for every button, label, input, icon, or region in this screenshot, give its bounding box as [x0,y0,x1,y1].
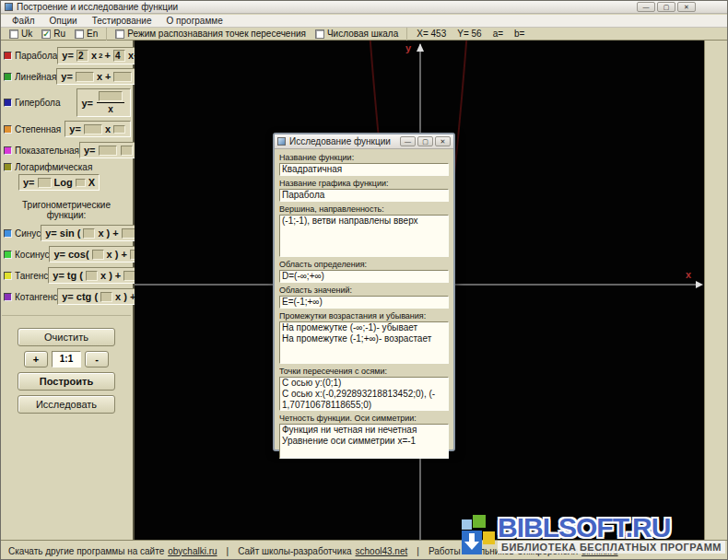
status-segment-0: Скачать другие программы на сайтеobychal… [8,546,217,556]
zoom-in-button[interactable]: + [24,351,48,368]
download-arrow-icon [462,515,495,555]
option-numeric-scale-checkbox-box[interactable] [315,29,324,39]
logarithmic-coef-input[interactable] [76,179,86,187]
linear-color-swatch [4,73,12,81]
power-color-swatch [4,125,12,134]
logarithmic-label: Логарифмическая [15,162,92,172]
zoom-out-button[interactable]: - [85,351,109,368]
dialog-minimize-button[interactable]: — [400,136,416,146]
hyperbola-fraction-bar [97,102,124,103]
sine-formula: y= sin (x ) + [41,225,143,241]
clear-button[interactable]: Очистить [18,328,115,346]
y-axis-label: y [405,42,411,53]
dialog-title: Исследование функции [289,136,391,146]
dialog-input-graph-name[interactable]: Парабола [279,189,449,202]
option-intersection-mode-label: Режим распознавания точек пересечения [127,29,306,39]
dialog-label-axis-intersections: Точки пересечения с осями: [279,366,449,377]
window-minimize-button[interactable]: — [637,2,655,12]
function-row-exponential: Показательнаяy=x [2,141,131,159]
wm-arrow-stem [469,533,475,542]
sine-coef-input[interactable] [83,228,95,239]
cotangent-coef-input[interactable] [100,292,112,302]
dialog-input-range[interactable]: E=(-1;+∞) [279,296,449,309]
dialog-close-button[interactable]: ✕ [435,136,451,146]
language-group: Uk✓RuEn [1,28,107,41]
power-coef-input[interactable] [113,125,125,134]
menu-item-2[interactable]: Тестирование [85,16,159,26]
scale-indicator: 1:1 [52,351,81,368]
option-intersection-mode-checkbox[interactable]: Режим распознавания точек пересечения [115,29,306,39]
power-label: Степенная [15,124,61,134]
sine-color-swatch [4,229,12,238]
tangent-formula-text: x ) + [100,270,121,281]
linear-coef-input[interactable] [76,72,94,82]
menu-item-3[interactable]: О программе [159,16,230,26]
dialog-field-graph-name: Название графика функции:Парабола [279,178,449,202]
dialog-input-line: С осью y:(0;1) [282,378,446,389]
exponential-coef-input[interactable] [121,146,133,156]
linear-formula-text: y= [61,71,73,82]
menu-item-0[interactable]: Файл [5,16,42,26]
option-numeric-scale-label: Числовая шкала [327,29,398,39]
window-maximize-button[interactable]: ▢ [657,2,675,12]
logarithmic-coef-input[interactable] [38,178,52,188]
dialog-input-axis-intersections[interactable]: С осью y:(0;1)С осью x:(-0,2928932188134… [279,377,449,411]
window-controls: —▢✕ [637,2,696,12]
linear-formula-text: x + [97,71,112,82]
parabola-formula-text: x [91,50,97,61]
cosine-label: Косинус [15,250,49,260]
lang-ru-checkbox[interactable]: ✓Ru [41,29,65,39]
dialog-input-line: Парабола [282,190,446,201]
lang-en-label: En [87,29,98,39]
parabola-coef-input[interactable]: 4 [113,50,125,62]
zoom-controls: + 1:1 - [2,351,131,368]
dialog-input-monotonicity[interactable]: На промежутке (-∞;-1)- убываетНа промежу… [279,321,449,364]
option-numeric-scale-checkbox[interactable]: Числовая шкала [315,29,398,39]
exponential-coef-input[interactable] [99,146,117,156]
dialog-label-graph-name: Название графика функции: [279,178,449,189]
hyperbola-formula: y=x [76,88,131,117]
dialog-maximize-button[interactable]: ▢ [417,136,433,146]
dialog-input-function-name[interactable]: Квадратичная [279,163,449,176]
dialog-input-domain[interactable]: D=(-∞;+∞) [279,270,449,283]
cosine-formula-text: y= cos( [53,249,88,260]
function-row-parabola: Параболаy=2x2+4x+1 [2,46,131,64]
menu-item-1[interactable]: Опции [42,16,85,26]
linear-coef-input[interactable] [113,72,132,82]
function-row-sine: Синусy= sin (x ) + [2,224,131,242]
lang-uk-checkbox-box[interactable] [9,29,18,39]
lang-en-checkbox-box[interactable] [75,29,84,39]
parabola-coef-input[interactable]: 2 [76,50,88,62]
option-intersection-mode-checkbox-box[interactable] [115,29,124,39]
build-button[interactable]: Построить [18,372,115,391]
hyperbola-numerator-input[interactable] [99,91,123,101]
dialog-input-parity-symmetry[interactable]: Функция ни четная ни нечетнаяУравнение о… [279,424,449,459]
linear-label: Линейная [15,72,56,82]
readout-a: a= [493,29,503,39]
lang-ru-checkbox-box[interactable]: ✓ [41,29,51,39]
status-link-obychalki.ru[interactable]: obychalki.ru [168,546,217,556]
dialog-input-line: (-1;-1), ветви направлены вверх [282,216,446,227]
lang-uk-checkbox[interactable]: Uk [9,29,32,39]
dialog-icon [277,137,286,146]
x-axis-arrow [696,281,703,288]
power-coef-input[interactable] [84,124,102,134]
status-separator: | [227,546,229,556]
function-row-cosine: Косинусy= cos(x ) + [2,245,131,263]
lang-en-checkbox[interactable]: En [75,29,98,39]
window-close-button[interactable]: ✕ [677,2,696,12]
dialog-label-monotonicity: Промежутки возрастания и убывания: [279,310,449,321]
dialog-input-line: С осью x:(-0,292893218813452;0), (- [282,389,446,400]
status-separator: | [417,546,419,556]
dialog-label-function-name: Название функции: [279,152,449,163]
tangent-coef-input[interactable] [86,271,98,281]
cosine-coef-input[interactable] [92,250,104,260]
trig-header: Тригонометрические функции: [2,200,131,220]
power-formula: y=x [65,121,131,137]
dialog-input-line: Функция ни четная ни нечетная [282,425,446,436]
parabola-formula-text: y= [62,50,74,61]
dialog-input-vertex-direction[interactable]: (-1;-1), ветви направлены вверх [279,215,449,257]
investigate-button[interactable]: Исследовать [18,395,115,414]
status-link-school43.net[interactable]: school43.net [356,546,408,556]
dialog-title-bar[interactable]: Исследование функции —▢✕ [275,134,453,149]
